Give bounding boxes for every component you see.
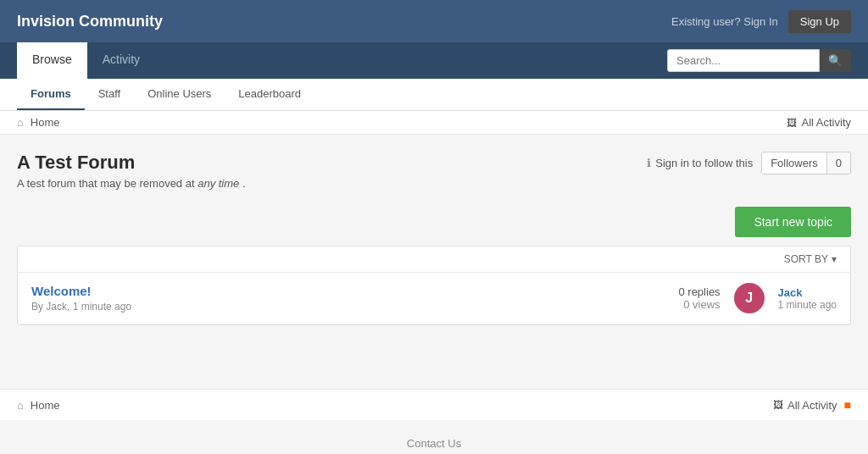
avatar: J (734, 283, 765, 313)
search-button[interactable]: 🔍 (820, 49, 851, 72)
sub-navigation: Forums Staff Online Users Leaderboard (0, 79, 868, 111)
forum-actions: Sign in to follow this Followers 0 (647, 152, 851, 174)
forum-title: A Test Forum (17, 152, 246, 174)
subnav-item-leaderboard[interactable]: Leaderboard (225, 79, 314, 110)
footer-home-icon (17, 399, 24, 412)
search-icon: 🔍 (828, 54, 843, 67)
footer-all-activity: 🖼 All Activity ■ (773, 398, 851, 412)
followers-button[interactable]: Followers 0 (761, 152, 851, 174)
home-icon (17, 116, 24, 129)
main-navbar: Browse Activity 🔍 (0, 42, 868, 79)
search-bar: 🔍 (667, 49, 851, 72)
topic-left: Welcome! By Jack, 1 minute ago (31, 284, 131, 313)
footer-activity-icon: 🖼 (773, 399, 783, 411)
all-activity-link[interactable]: 🖼 All Activity (787, 116, 851, 129)
rss-icon[interactable]: ■ (844, 398, 851, 412)
topic-title-link[interactable]: Welcome! (31, 284, 92, 298)
topic-right: 0 replies 0 views J Jack 1 minute ago (678, 283, 837, 313)
tab-activity[interactable]: Activity (87, 42, 155, 79)
forum-title-section: A Test Forum A test forum that may be re… (17, 152, 246, 190)
subnav-item-forums[interactable]: Forums (17, 79, 85, 110)
search-input[interactable] (667, 49, 820, 72)
site-header: Invision Community Existing user? Sign I… (0, 0, 868, 42)
sort-by-control[interactable]: SORT BY (784, 253, 837, 265)
sign-in-follow: Sign in to follow this (647, 157, 753, 169)
footer-home-link[interactable]: Home (31, 399, 60, 412)
activity-icon: 🖼 (787, 117, 797, 129)
topic-stats: 0 replies 0 views (678, 285, 720, 311)
topic-last-username[interactable]: Jack (778, 286, 837, 299)
signin-link[interactable]: Existing user? Sign In (671, 15, 778, 28)
subnav-item-staff[interactable]: Staff (85, 79, 135, 110)
site-logo: Invision Community (17, 13, 163, 30)
footer-all-activity-link[interactable]: 🖼 All Activity (773, 399, 837, 412)
topics-header: SORT BY (18, 246, 850, 273)
forum-header: A Test Forum A test forum that may be re… (17, 152, 851, 190)
signup-button[interactable]: Sign Up (788, 10, 851, 33)
forum-description: A test forum that may be removed at any … (17, 177, 246, 190)
tab-browse[interactable]: Browse (17, 42, 87, 79)
main-content: A Test Forum A test forum that may be re… (0, 135, 868, 389)
info-icon (647, 157, 651, 169)
header-actions: Existing user? Sign In Sign Up (671, 10, 851, 33)
topic-meta: By Jack, 1 minute ago (31, 301, 131, 313)
contact-us-link[interactable]: Contact Us (407, 437, 461, 450)
breadcrumb: Home (17, 116, 60, 129)
footer-breadcrumb-bar: Home 🖼 All Activity ■ (0, 389, 868, 420)
topic-last-time: 1 minute ago (778, 299, 837, 311)
breadcrumb-home-link[interactable]: Home (31, 116, 60, 129)
start-new-topic-button[interactable]: Start new topic (735, 207, 851, 237)
topics-container: SORT BY Welcome! By Jack, 1 minute ago 0… (17, 246, 851, 325)
table-row: Welcome! By Jack, 1 minute ago 0 replies… (18, 273, 850, 324)
topic-button-row: Start new topic (17, 207, 851, 237)
topic-last-user-info: Jack 1 minute ago (778, 286, 837, 311)
subnav-item-online-users[interactable]: Online Users (134, 79, 225, 110)
site-footer: Contact Us Powered by Invision Community (0, 420, 868, 454)
nav-tabs: Browse Activity (17, 42, 155, 79)
breadcrumb-bar: Home 🖼 All Activity (0, 111, 868, 135)
footer-breadcrumb: Home (17, 399, 60, 412)
